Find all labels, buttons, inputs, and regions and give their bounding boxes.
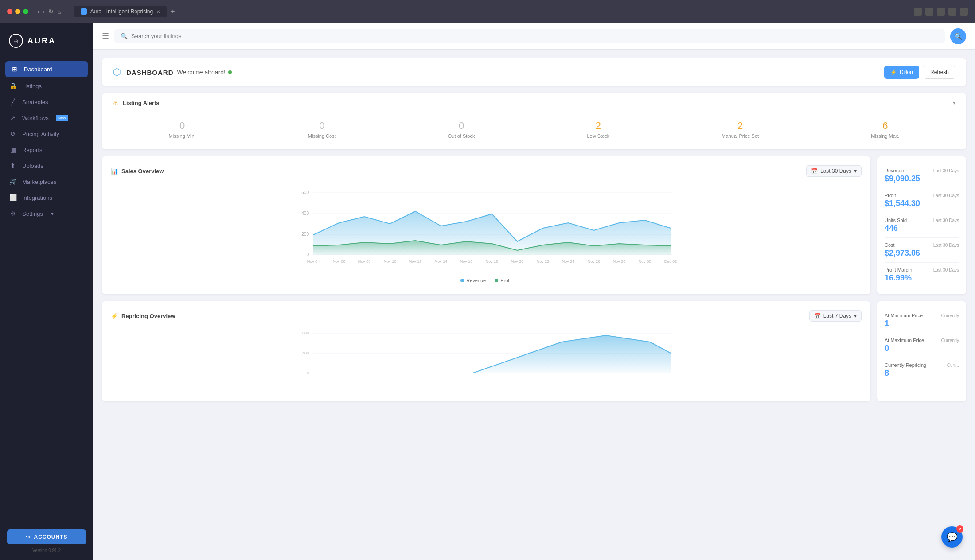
sidebar-item-pricing-activity[interactable]: ↺ Pricing Activity: [0, 126, 93, 142]
alert-manual-price[interactable]: 2 Manual Price Set: [722, 120, 759, 139]
sidebar-item-marketplaces[interactable]: 🛒 Marketplaces: [0, 174, 93, 190]
reports-icon: ▦: [9, 146, 17, 153]
extension-icon-3: [937, 8, 945, 16]
refresh-button[interactable]: ↻: [48, 8, 54, 15]
alert-manual-price-label: Manual Price Set: [722, 133, 759, 139]
stat-profit-margin: Profit Margin Last 30 Days 16.99%: [885, 263, 959, 287]
alert-missing-min-label: Missing Min.: [169, 133, 196, 139]
back-button[interactable]: ‹: [37, 8, 39, 15]
alert-missing-cost-label: Missing Cost: [308, 133, 336, 139]
sidebar-item-label-uploads: Uploads: [22, 163, 43, 169]
alerts-chevron-icon: ▾: [953, 100, 956, 106]
stat-units-header: Units Sold Last 30 Days: [885, 218, 959, 223]
chat-bubble-button[interactable]: 💬 2: [941, 526, 963, 548]
sidebar-item-uploads[interactable]: ⬆ Uploads: [0, 158, 93, 174]
alerts-title: Listing Alerts: [123, 100, 160, 106]
settings-icon: ⚙: [9, 210, 17, 217]
sidebar-item-reports[interactable]: ▦ Reports: [0, 142, 93, 158]
dashboard-icon: ⊞: [11, 66, 19, 73]
sidebar-item-settings[interactable]: ⚙ Settings ▼: [0, 206, 93, 222]
alert-missing-min[interactable]: 0 Missing Min.: [169, 120, 196, 139]
dashboard-header-icon: ⬡: [113, 66, 121, 78]
hamburger-icon[interactable]: ☰: [102, 31, 109, 41]
svg-text:0: 0: [306, 252, 309, 257]
stat-margin-header: Profit Margin Last 30 Days: [885, 267, 959, 272]
stat-revenue-header: Revenue Last 30 Days: [885, 168, 959, 173]
tab-close-icon[interactable]: ✕: [156, 9, 160, 14]
sidebar-item-dashboard[interactable]: ⊞ Dashboard: [5, 61, 88, 77]
sidebar-item-label-settings: Settings: [22, 210, 43, 217]
sales-filter-label: Last 30 Days: [820, 168, 851, 174]
top-bar: ☰ 🔍 🔍: [93, 23, 975, 50]
sidebar-item-strategies[interactable]: ╱ Strategies: [0, 94, 93, 110]
stat-units-sold: Units Sold Last 30 Days 446: [885, 213, 959, 238]
logo-text: AURA: [27, 36, 56, 46]
stat-min-period: Currently: [941, 313, 959, 318]
svg-text:0: 0: [307, 371, 309, 375]
stat-margin-label: Profit Margin: [885, 267, 912, 272]
maximize-button[interactable]: [23, 9, 28, 14]
nav-items: ⊞ Dashboard 🔒 Listings ╱ Strategies ↗ Wo…: [0, 57, 93, 522]
minimize-button[interactable]: [15, 9, 20, 14]
sales-filter-button[interactable]: 📅 Last 30 Days ▾: [806, 165, 862, 177]
svg-text:Nov 16: Nov 16: [460, 259, 473, 264]
stat-revenue-value: $9,090.25: [885, 174, 959, 183]
svg-text:Nov 08: Nov 08: [358, 259, 371, 264]
tab-favicon: [81, 8, 87, 15]
new-tab-button[interactable]: +: [171, 8, 175, 16]
sidebar-item-integrations[interactable]: ⬜ Integrations: [0, 190, 93, 206]
alerts-icon: ⚠: [113, 99, 118, 106]
legend-revenue: Revenue: [460, 278, 486, 283]
browser-extensions: [914, 8, 968, 16]
stat-units-period: Last 30 Days: [933, 218, 959, 223]
accounts-label: ACCOUNTS: [34, 534, 68, 540]
alert-out-of-stock-value: 0: [448, 120, 475, 132]
close-button[interactable]: [7, 9, 12, 14]
dillon-button[interactable]: ⚡ Dillon: [884, 66, 919, 79]
calendar-icon: 📅: [811, 168, 818, 174]
search-icon: 🔍: [121, 33, 128, 39]
uploads-icon: ⬆: [9, 162, 17, 169]
alert-missing-cost-value: 0: [308, 120, 336, 132]
sales-stats-card: Revenue Last 30 Days $9,090.25 Profit La…: [878, 156, 966, 294]
alerts-header[interactable]: ⚠ Listing Alerts ▾: [102, 93, 966, 113]
forward-button[interactable]: ›: [43, 8, 45, 15]
browser-nav: ‹ › ↻ ⌂: [37, 8, 61, 15]
stat-profit: Profit Last 30 Days $1,544.30: [885, 188, 959, 213]
sidebar-item-listings[interactable]: 🔒 Listings: [0, 78, 93, 94]
home-button[interactable]: ⌂: [57, 8, 61, 15]
extension-icon-1: [914, 8, 922, 16]
online-indicator: [228, 70, 232, 74]
alert-missing-max-label: Missing Max.: [871, 133, 899, 139]
accounts-button[interactable]: ↪ ACCOUNTS: [7, 529, 86, 544]
sidebar-item-label-workflows: Workflows: [22, 115, 49, 121]
sales-chart-area: 600 400 200 0: [111, 184, 862, 283]
repricing-filter-chevron-icon: ▾: [854, 313, 857, 319]
alert-out-of-stock[interactable]: 0 Out of Stock: [448, 120, 475, 139]
tab-title: Aura - Intelligent Repricing: [90, 8, 153, 15]
active-tab[interactable]: Aura - Intelligent Repricing ✕: [74, 6, 167, 17]
repricing-filter-button[interactable]: 📅 Last 7 Days ▾: [809, 310, 862, 322]
sales-chart-title: Sales Overview: [121, 168, 164, 175]
refresh-button[interactable]: Refresh: [924, 66, 956, 79]
stat-at-max: At Maximum Price Currently 0: [885, 333, 959, 358]
logo-area: ◎ AURA: [0, 23, 93, 57]
svg-text:Nov 18: Nov 18: [486, 259, 499, 264]
alert-manual-price-value: 2: [722, 120, 759, 132]
sales-chart-header: 📊 Sales Overview 📅 Last 30 Days ▾: [111, 165, 862, 177]
search-circle-button[interactable]: 🔍: [950, 28, 966, 44]
alert-missing-cost[interactable]: 0 Missing Cost: [308, 120, 336, 139]
listing-alerts-section: ⚠ Listing Alerts ▾ 0 Missing Min. 0 Miss…: [102, 93, 966, 149]
sidebar-item-workflows[interactable]: ↗ Workflows New: [0, 110, 93, 126]
svg-text:200: 200: [301, 232, 309, 237]
svg-text:Nov 10: Nov 10: [384, 259, 397, 264]
stat-revenue-period: Last 30 Days: [933, 168, 959, 173]
stat-cost-value: $2,973.06: [885, 249, 959, 258]
alert-low-stock-value: 2: [587, 120, 610, 132]
search-input[interactable]: [131, 33, 939, 39]
dillon-icon: ⚡: [890, 69, 897, 75]
sales-chart-svg: 600 400 200 0: [111, 184, 862, 272]
alert-low-stock[interactable]: 2 Low Stock: [587, 120, 610, 139]
stat-profit-header: Profit Last 30 Days: [885, 193, 959, 198]
alert-missing-max[interactable]: 6 Missing Max.: [871, 120, 899, 139]
